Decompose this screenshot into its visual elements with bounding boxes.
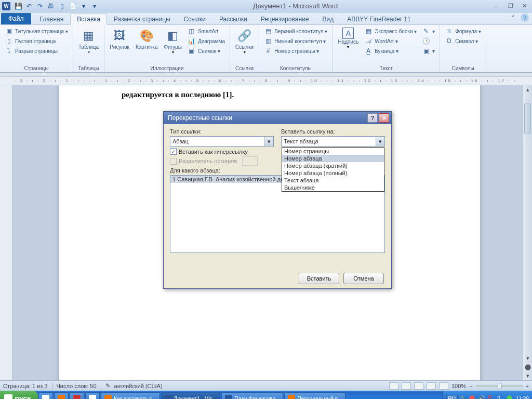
reference-type-combo[interactable]: Абзац ▾ — [170, 136, 274, 147]
chart-button[interactable]: 📊Диаграмма — [186, 36, 227, 46]
shapes-button[interactable]: ◧Фигуры▾ — [162, 26, 183, 56]
restore-button[interactable]: ❐ — [505, 2, 516, 10]
links-button[interactable]: 🔗Ссылки▾ — [233, 26, 256, 56]
blank-page-button[interactable]: ▯Пустая страница — [3, 36, 70, 46]
dropcap-button[interactable]: A̲Буквица ▾ — [363, 46, 418, 56]
tab-view[interactable]: Вид — [315, 13, 340, 24]
help-icon[interactable]: ? — [521, 14, 529, 22]
tab-layout[interactable]: Разметка страницы — [107, 13, 177, 24]
tray-icon[interactable]: ⬤ — [469, 395, 476, 399]
scroll-up-icon[interactable]: ▴ — [523, 85, 532, 94]
tray-icon[interactable]: ⬤ — [507, 395, 514, 399]
tray-icon[interactable]: Я — [488, 395, 495, 399]
view-web-icon[interactable] — [414, 382, 423, 390]
scroll-down-icon[interactable]: ▾ — [523, 354, 532, 363]
status-proofing-icon[interactable]: ✎ — [105, 382, 110, 389]
zoom-level[interactable]: 100% — [451, 383, 466, 389]
status-words[interactable]: Число слов: 50 — [57, 383, 97, 389]
quick-launch-item[interactable] — [38, 392, 53, 399]
smartart-button[interactable]: ◫SmartArt — [186, 26, 227, 36]
screenshot-button[interactable]: ▣Снимок ▾ — [186, 46, 227, 56]
object-button[interactable]: ▣▾ — [420, 46, 436, 56]
cancel-button[interactable]: Отмена — [343, 273, 384, 284]
insert-button[interactable]: Вставить — [299, 273, 339, 284]
tab-abbyy[interactable]: ABBYY FineReader 11 — [340, 13, 418, 24]
prev-page-icon[interactable]: ⬤ — [523, 363, 532, 371]
view-print-layout-icon[interactable] — [389, 382, 398, 390]
tray-icon[interactable]: ⚠ — [460, 395, 467, 399]
qat-save-icon[interactable]: 💾 — [14, 2, 23, 11]
chevron-down-icon[interactable]: ▾ — [376, 137, 384, 146]
zoom-slider[interactable] — [476, 385, 523, 387]
insert-reference-to-combo[interactable]: Текст абзаца ▾ Номер страницы Номер абза… — [281, 136, 385, 147]
task-item[interactable]: План финансово... — [221, 392, 283, 399]
qat-open-icon[interactable]: 📄 — [68, 2, 77, 11]
dropdown-item[interactable]: Номер абзаца — [282, 155, 384, 162]
clipart-button[interactable]: 🎨Картинка — [134, 26, 160, 51]
insert-as-hyperlink-row[interactable]: ✓ Вставить как гиперссылку — [170, 148, 274, 155]
dropdown-item[interactable]: Номер абзаца (краткий) — [282, 162, 384, 169]
next-page-icon[interactable]: ▾ — [523, 371, 532, 380]
picture-button[interactable]: 🖼Рисунок — [108, 26, 131, 51]
close-button[interactable]: ✕ — [518, 2, 530, 10]
header-button[interactable]: ▤Верхний колонтитул ▾ — [262, 26, 329, 36]
status-language[interactable]: английский (США) — [114, 383, 163, 389]
quick-launch-item[interactable] — [54, 392, 69, 399]
qat-undo-icon[interactable]: ↶ — [24, 2, 34, 11]
signature-line-button[interactable]: ✎▾ — [420, 26, 436, 36]
vertical-scrollbar[interactable]: ▴ ▾ ⬤ ▾ — [523, 85, 532, 380]
tab-mailings[interactable]: Рассылки — [212, 13, 254, 24]
hyperlink-checkbox[interactable]: ✓ — [170, 148, 177, 155]
table-button[interactable]: ▦Таблица▾ — [76, 26, 101, 56]
horizontal-ruler[interactable]: · 3 · ı · 2 · ı · 1 · ı · · ı · 1 · ı · … — [0, 77, 532, 85]
scroll-thumb[interactable] — [524, 103, 531, 134]
minimize-button[interactable]: — — [491, 2, 503, 10]
dialog-close-button[interactable]: ✕ — [379, 113, 389, 123]
tab-insert[interactable]: Вставка — [70, 14, 107, 25]
footer-button[interactable]: ▥Нижний колонтитул ▾ — [262, 36, 329, 46]
textbox-button[interactable]: AНадпись▾ — [336, 26, 361, 50]
dropdown-item[interactable]: Номер страницы — [282, 148, 384, 155]
quickparts-button[interactable]: ▦Экспресс-блоки ▾ — [363, 26, 418, 36]
vertical-ruler[interactable] — [0, 85, 12, 380]
qat-more2-icon[interactable]: ▾ — [90, 2, 99, 11]
wordart-button[interactable]: 𝒜WordArt ▾ — [363, 36, 418, 46]
view-reading-icon[interactable] — [402, 382, 411, 390]
task-item[interactable]: Как поставить с... — [101, 392, 159, 399]
task-item[interactable]: Персональный п... — [284, 392, 345, 399]
qat-print-icon[interactable]: 🖶 — [46, 2, 56, 11]
task-item[interactable]: Документ1 - Mic... — [161, 392, 221, 399]
tray-icon[interactable]: ▯ — [497, 395, 504, 399]
cover-page-button[interactable]: ▣Титульная страница ▾ — [3, 26, 70, 36]
symbol-button[interactable]: ΩСимвол ▾ — [443, 36, 483, 46]
tab-references[interactable]: Ссылки — [177, 13, 212, 24]
qat-more-icon[interactable]: ▾ — [79, 2, 88, 11]
chevron-down-icon[interactable]: ▾ — [264, 137, 273, 146]
clock[interactable]: 11:38 — [516, 396, 529, 400]
dropdown-item[interactable]: Выше/ниже — [282, 184, 384, 191]
status-page[interactable]: Страница: 1 из 3 — [3, 383, 48, 389]
tray-icon[interactable]: 🔊 — [478, 395, 486, 399]
start-button[interactable]: пуск — [0, 391, 38, 399]
zoom-thumb[interactable] — [498, 383, 502, 389]
language-indicator[interactable]: RU — [446, 395, 458, 400]
tab-review[interactable]: Рецензирование — [254, 13, 316, 24]
dropdown-item[interactable]: Текст абзаца — [282, 177, 384, 184]
dialog-titlebar[interactable]: Перекрестные ссылки ? ✕ — [164, 112, 391, 124]
dialog-help-button[interactable]: ? — [367, 113, 378, 123]
view-outline-icon[interactable] — [427, 382, 436, 390]
quick-launch-item[interactable] — [70, 392, 84, 399]
minimize-ribbon-icon[interactable]: ˄ — [509, 14, 517, 22]
dropdown-item[interactable]: Номер абзаца (полный) — [282, 169, 384, 177]
tab-home[interactable]: Главная — [33, 13, 71, 24]
zoom-in-button[interactable]: + — [526, 383, 529, 389]
pagenum-button[interactable]: #Номер страницы ▾ — [262, 46, 329, 56]
qat-new-icon[interactable]: ▯ — [57, 2, 66, 11]
page-break-button[interactable]: ⤵Разрыв страницы — [3, 46, 70, 56]
qat-redo-icon[interactable]: ↷ — [35, 2, 45, 11]
quick-launch-item[interactable] — [85, 392, 100, 399]
tab-file[interactable]: Файл — [1, 13, 31, 24]
view-draft-icon[interactable] — [439, 382, 448, 390]
formula-button[interactable]: πФормула ▾ — [443, 26, 483, 36]
zoom-out-button[interactable]: − — [469, 383, 472, 389]
